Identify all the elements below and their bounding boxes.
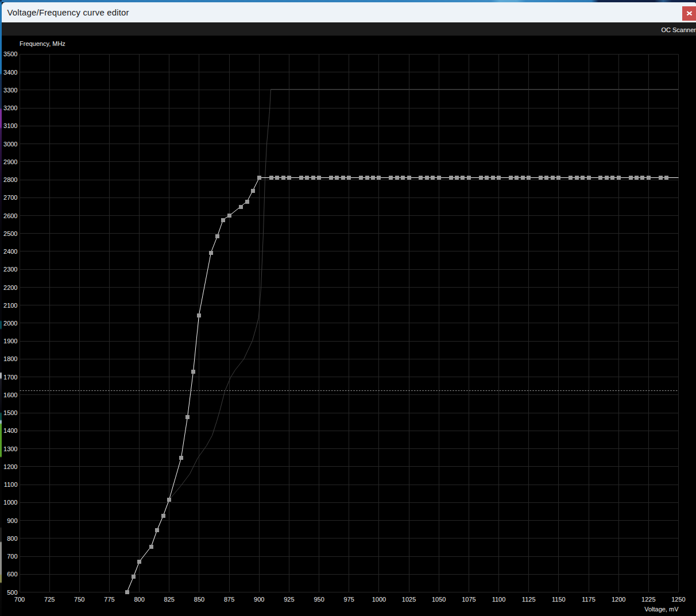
- svg-text:2500: 2500: [3, 230, 17, 237]
- svg-text:500: 500: [7, 589, 17, 596]
- svg-text:2600: 2600: [3, 212, 17, 219]
- svg-text:875: 875: [224, 596, 234, 603]
- svg-text:1050: 1050: [432, 596, 446, 603]
- svg-text:2000: 2000: [3, 320, 17, 327]
- svg-text:600: 600: [7, 571, 17, 578]
- svg-text:1100: 1100: [4, 481, 18, 488]
- svg-text:3200: 3200: [3, 104, 17, 111]
- svg-text:800: 800: [134, 596, 144, 603]
- svg-text:800: 800: [7, 535, 17, 542]
- svg-text:1300: 1300: [3, 445, 17, 452]
- svg-text:2200: 2200: [3, 284, 17, 291]
- svg-text:1000: 1000: [372, 596, 386, 603]
- svg-text:1125: 1125: [522, 596, 536, 603]
- svg-text:1200: 1200: [612, 596, 625, 603]
- svg-text:Voltage, mV: Voltage, mV: [644, 606, 679, 613]
- svg-text:3400: 3400: [3, 69, 17, 76]
- svg-text:3100: 3100: [3, 122, 17, 129]
- svg-text:2100: 2100: [3, 302, 17, 309]
- svg-text:1075: 1075: [462, 596, 475, 603]
- svg-text:2800: 2800: [3, 176, 17, 183]
- svg-text:1200: 1200: [3, 463, 17, 470]
- svg-text:1500: 1500: [3, 409, 17, 416]
- svg-text:3500: 3500: [3, 51, 17, 57]
- svg-text:1225: 1225: [641, 596, 655, 603]
- svg-text:2400: 2400: [3, 248, 17, 255]
- svg-text:750: 750: [74, 596, 84, 603]
- svg-text:1700: 1700: [3, 374, 17, 381]
- svg-text:900: 900: [254, 596, 264, 603]
- svg-text:1400: 1400: [3, 427, 17, 434]
- svg-text:900: 900: [7, 517, 17, 524]
- svg-text:1025: 1025: [402, 596, 416, 603]
- svg-text:1900: 1900: [3, 338, 17, 344]
- svg-text:2700: 2700: [3, 194, 17, 201]
- svg-text:2300: 2300: [3, 266, 17, 273]
- svg-text:3300: 3300: [3, 87, 17, 94]
- svg-text:1000: 1000: [3, 499, 17, 506]
- svg-text:1800: 1800: [3, 355, 17, 362]
- svg-text:1150: 1150: [552, 596, 566, 603]
- svg-text:2900: 2900: [3, 158, 17, 165]
- svg-text:1100: 1100: [492, 596, 506, 603]
- svg-text:1175: 1175: [582, 596, 596, 603]
- svg-text:1600: 1600: [3, 392, 17, 398]
- svg-text:725: 725: [44, 596, 55, 603]
- svg-text:775: 775: [104, 596, 114, 603]
- svg-text:1250: 1250: [671, 596, 685, 603]
- svg-text:925: 925: [284, 596, 294, 603]
- svg-text:850: 850: [194, 596, 204, 603]
- svg-text:975: 975: [344, 596, 354, 603]
- svg-text:950: 950: [314, 596, 324, 603]
- svg-text:3000: 3000: [3, 141, 17, 148]
- svg-text:825: 825: [164, 596, 175, 603]
- svg-text:Frequency, MHz: Frequency, MHz: [20, 40, 65, 47]
- svg-text:700: 700: [7, 553, 17, 560]
- svg-text:700: 700: [14, 596, 25, 603]
